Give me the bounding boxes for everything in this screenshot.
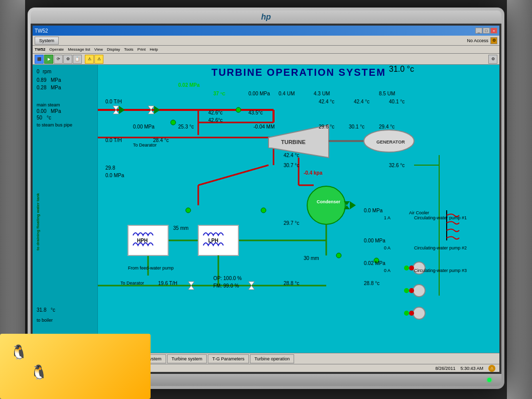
scada-title: TURBINE OPERATION SYSTEM: [98, 67, 499, 78]
temp12-display: 29.7 °c: [284, 220, 299, 226]
svg-point-51: [404, 311, 409, 316]
flow3-display: 19.6 T/H: [158, 281, 177, 286]
taskbar-system-button[interactable]: System: [35, 37, 59, 45]
temp-ms-label: °c: [47, 115, 51, 120]
taskbar-clock: No Access: [467, 38, 488, 43]
toolbar-icon-gear[interactable]: ⚙: [488, 55, 497, 64]
svg-point-39: [261, 208, 266, 213]
svg-text:GENERATOR: GENERATOR: [376, 140, 405, 145]
svg-point-40: [336, 253, 341, 258]
svg-marker-32: [344, 201, 350, 209]
toolbar-icon-4[interactable]: ⚙: [63, 55, 72, 64]
air-cooler-label: Air Cooler: [409, 210, 429, 215]
kpa-display: -0.4 kpa: [304, 170, 322, 176]
pressure7-display: 29.8: [105, 165, 115, 171]
main-steam-label: main steam: [37, 102, 60, 107]
mm1-display: -0.04 MM: [253, 124, 275, 129]
svg-point-52: [409, 311, 414, 316]
temp16-display: 30.1 °c: [349, 124, 364, 129]
temp13-value: 31.8: [37, 307, 46, 313]
temp2-display: 42.6°c: [208, 110, 222, 115]
temp-ms-value: 50: [37, 115, 42, 120]
temp8-display: 25.3 °c: [178, 124, 194, 129]
water-tank-label: to draining floating water tank: [36, 190, 40, 250]
toolbar-icon-6[interactable]: ⚠: [85, 55, 94, 64]
win-titlebar: TW52 _ □ ×: [33, 26, 499, 36]
book: 🐧 🐧: [0, 334, 151, 399]
status-date: 8/26/2011: [435, 366, 455, 371]
toolbar-icon-7[interactable]: ⚠: [94, 55, 103, 64]
temp17-display: 29.4 °c: [379, 124, 394, 129]
svg-marker-30: [248, 282, 254, 290]
temp18-display: 32.6 °c: [389, 163, 405, 168]
menu-display[interactable]: Display: [107, 47, 120, 52]
temp6-display: 42.4 °c: [354, 99, 369, 104]
maximize-button[interactable]: □: [483, 28, 490, 34]
from-feed-label: From feed-water pump: [128, 265, 174, 271]
pressure3-display: 0.02 MPa: [178, 82, 200, 88]
svg-marker-5: [148, 106, 154, 114]
menu-operate[interactable]: Operate: [49, 47, 64, 52]
power-led: [487, 378, 491, 382]
status-icon: ⚠: [488, 365, 495, 372]
pump2-label: Circulating-water pump #2: [414, 245, 467, 250]
toolbar-icon-1[interactable]: ⬛: [35, 55, 44, 64]
status-time: 5:30:43 AM: [460, 366, 483, 371]
svg-marker-2: [119, 106, 125, 114]
pressure10-display: 0.00 MPa: [364, 238, 385, 243]
toolbar-icon-3[interactable]: ⟳: [54, 55, 63, 64]
scada-main-area: 0 rpm 0.89 MPa 0.28 MPa main steam 0.00 …: [33, 65, 499, 353]
env-right-panel: [507, 0, 532, 399]
temp7-display: 40.1 °c: [389, 99, 405, 104]
svg-text:Condenser: Condenser: [317, 199, 341, 204]
temp4-display: 42.6°c: [208, 117, 222, 123]
menu-view[interactable]: View: [94, 47, 103, 52]
svg-marker-33: [350, 201, 356, 209]
minimize-button[interactable]: _: [475, 28, 482, 34]
pressure-ms-label: MPa: [51, 108, 61, 114]
fm-display: FM: 99.0 %: [213, 283, 239, 289]
flow2-display: 0.0 T/H: [105, 138, 122, 143]
temp11-display: 42.4 °c: [284, 153, 299, 158]
svg-line-34: [198, 165, 269, 185]
tab-turbine-system[interactable]: Turbine system: [167, 354, 207, 363]
op-display: OP: 100.0 %: [213, 276, 242, 281]
tab-turbine-operation[interactable]: Turbine operation: [250, 354, 294, 363]
svg-point-38: [186, 208, 191, 213]
menu-help[interactable]: Help: [150, 47, 158, 52]
app-title-label: TW52: [35, 47, 45, 52]
um3-display: 8.5 UM: [379, 91, 395, 96]
toolbar-icon-2[interactable]: ▶: [44, 55, 53, 64]
svg-rect-25: [198, 225, 238, 255]
toolbar-icon-5[interactable]: 📋: [73, 55, 82, 64]
pressure4-display: 0.00 MPa: [248, 91, 270, 96]
pressure1-label: MPa: [51, 77, 61, 83]
screen: TW52 _ □ × System No Access ⚙ TW52 Opera…: [33, 26, 499, 372]
svg-text:TURBINE: TURBINE: [281, 139, 306, 145]
pressure1-value: 0.89: [37, 77, 46, 83]
close-button[interactable]: ×: [490, 28, 497, 34]
tab-tg-params[interactable]: T-G Parameters: [208, 354, 249, 363]
um1-display: 0.4 UM: [279, 91, 295, 96]
um2-display: 4.3 UM: [314, 91, 330, 96]
menu-tools[interactable]: Tools: [124, 47, 134, 52]
temp15-display: 29.6 °c: [319, 124, 334, 129]
svg-point-48: [409, 265, 414, 271]
top-bezel: hp: [31, 11, 501, 24]
screen-frame: TW52 _ □ × System No Access ⚙ TW52 Opera…: [31, 24, 501, 374]
svg-rect-23: [128, 225, 168, 255]
svg-text:HPH: HPH: [137, 238, 148, 243]
menu-message[interactable]: Message list: [68, 47, 90, 52]
pump2-val: 0 A: [384, 245, 390, 250]
svg-point-47: [404, 265, 409, 271]
temp10-display: 30.7 °c: [284, 163, 299, 168]
toolbar: ⬛ ▶ ⟳ ⚙ 📋 ⚠ ⚠ ⚙: [33, 54, 499, 65]
flow1-display: 0.0 T/H: [105, 99, 122, 104]
svg-point-37: [236, 107, 241, 112]
svg-marker-6: [154, 106, 160, 114]
rpm-label: rpm: [43, 69, 51, 74]
steam-bus-label: to steam bus pipe: [37, 122, 72, 128]
to-boiler-label: to boiler: [37, 318, 53, 323]
pump1-label: Circulating-water pump #1: [414, 215, 467, 220]
menu-print[interactable]: Print: [138, 47, 146, 52]
